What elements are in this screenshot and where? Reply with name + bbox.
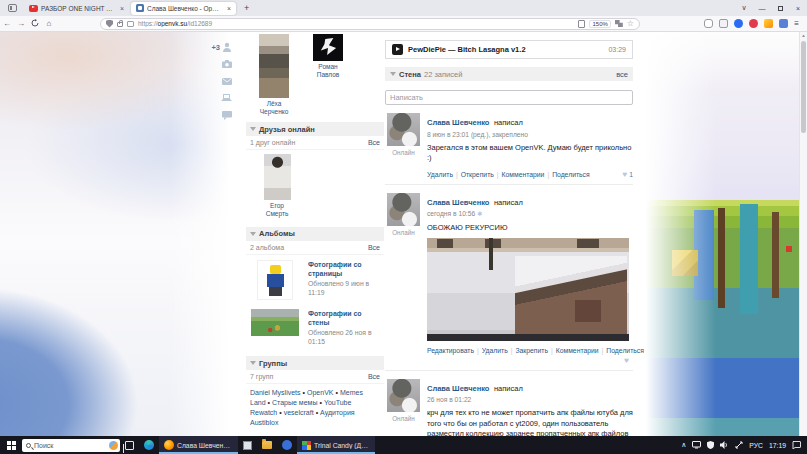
post-action-pin[interactable]: Закрепить — [515, 347, 548, 354]
keyboard-language[interactable]: РУС — [749, 442, 763, 449]
action-center-icon[interactable] — [792, 441, 801, 449]
extension-icon[interactable] — [764, 19, 773, 28]
tab-close-icon[interactable]: × — [118, 5, 124, 12]
permissions-icon[interactable] — [127, 21, 134, 27]
new-tab-button[interactable]: + — [238, 3, 255, 13]
reader-mode-icon[interactable] — [578, 20, 585, 28]
close-button[interactable]: × — [789, 5, 807, 12]
post-date[interactable]: сегодня в 10:56 ❄ — [427, 210, 633, 218]
lock-icon[interactable] — [117, 22, 123, 27]
group-link[interactable]: OpenVK — [307, 389, 333, 396]
friend-photo[interactable] — [313, 34, 343, 61]
address-bar[interactable]: https://openvk.su/id12689 150% ☆ — [100, 18, 640, 30]
post-action-edit[interactable]: Редактировать — [427, 347, 474, 354]
like-button[interactable]: ♥ — [624, 356, 629, 365]
nav-friends[interactable]: +3 — [211, 42, 232, 52]
post-date[interactable]: 26 ноя в 01:22 — [427, 396, 633, 403]
post-action-share[interactable]: Поделиться — [606, 347, 644, 354]
translate-icon[interactable] — [615, 20, 623, 27]
groups-header[interactable]: Группы — [246, 356, 384, 370]
friend-photo[interactable] — [264, 154, 291, 200]
friend-name[interactable]: Лёха Черченко — [252, 100, 296, 116]
post-author-link[interactable]: Слава Шевченко — [427, 198, 489, 207]
play-button[interactable] — [392, 44, 403, 55]
app-taskbar-button[interactable] — [277, 436, 297, 454]
task-view-button[interactable] — [120, 436, 139, 454]
album-thumbnail[interactable] — [251, 309, 299, 336]
compose-input[interactable] — [385, 90, 633, 105]
nav-news[interactable] — [221, 93, 232, 103]
albums-all-link[interactable]: Все — [368, 244, 380, 251]
speaker-icon[interactable] — [720, 441, 729, 449]
album-row[interactable]: Фотографии со стены Обновлено 26 ноя в 0… — [246, 304, 384, 351]
wall-all-link[interactable]: все — [616, 70, 628, 79]
post-action-unpin[interactable]: Открепить — [461, 171, 494, 178]
tab-youtube[interactable]: РАЗБОР ONE NIGHT AT FLUM × — [24, 2, 129, 15]
nav-photos[interactable] — [222, 59, 232, 69]
friend-photo[interactable] — [259, 34, 289, 98]
firefox-view-icon[interactable] — [8, 4, 17, 12]
bookmark-star-icon[interactable]: ☆ — [627, 19, 634, 28]
avatar[interactable] — [387, 113, 420, 146]
scrollbar-thumb[interactable] — [801, 41, 806, 133]
albums-header[interactable]: Альбомы — [246, 227, 384, 241]
groups-all-link[interactable]: Все — [368, 373, 380, 380]
album-thumbnail[interactable] — [257, 260, 293, 300]
friends-online-header[interactable]: Друзья онлайн — [246, 122, 384, 136]
extension-icon[interactable] — [734, 19, 743, 28]
post-date[interactable]: 8 июн в 23:01 (ред.), закреплено — [427, 131, 633, 138]
post-action-comments[interactable]: Комментарии — [556, 347, 599, 354]
post-action-delete[interactable]: Удалить — [427, 171, 453, 178]
friend-name[interactable]: Роман Павлов — [306, 63, 350, 79]
scrollbar[interactable]: ▲ — [799, 32, 807, 436]
pocket-icon[interactable] — [704, 19, 713, 28]
adblock-icon[interactable] — [749, 19, 758, 28]
post-action-share[interactable]: Поделиться — [552, 171, 590, 178]
list-all-tabs-icon[interactable]: ∨ — [735, 4, 753, 12]
taskbar-search[interactable]: Поиск — [22, 439, 120, 452]
app-menu-icon[interactable]: ≡ — [794, 19, 799, 28]
tracking-shield-icon[interactable] — [106, 20, 113, 28]
album-title[interactable]: Фотографии со стены — [308, 309, 382, 327]
extension-icon[interactable] — [779, 19, 788, 28]
extension-icon[interactable] — [719, 19, 728, 28]
zoom-level[interactable]: 150% — [589, 20, 610, 28]
like-button[interactable]: ♥ 1 — [622, 170, 633, 179]
tab-close-icon[interactable]: × — [225, 5, 231, 12]
group-link[interactable]: Daniel Myslivets — [250, 389, 301, 396]
minimize-button[interactable]: — — [753, 5, 771, 12]
post-action-comments[interactable]: Комментарии — [502, 171, 545, 178]
avatar[interactable] — [387, 193, 420, 226]
firefox-taskbar-button[interactable]: Слава Шевченко - О... — [159, 436, 238, 454]
friend-name[interactable]: Егор Смерть — [254, 202, 300, 218]
friend-card[interactable]: Егор Смерть — [246, 150, 300, 220]
album-title[interactable]: Фотографии со страницы — [308, 260, 382, 278]
post-author-link[interactable]: Слава Шевченко — [427, 118, 489, 127]
post-photo[interactable] — [427, 238, 629, 341]
forward-button[interactable]: → — [14, 19, 28, 28]
trinal-candy-taskbar-button[interactable]: Trinal Candy (Доступ... — [297, 436, 375, 454]
nav-comments[interactable] — [222, 110, 232, 120]
home-button[interactable]: ⌂ — [42, 19, 56, 28]
maximize-button[interactable] — [771, 5, 789, 12]
post-action-delete[interactable]: Удалить — [482, 347, 508, 354]
audio-title[interactable]: PewDiePie — Bitch Lasagna v1.2 — [408, 45, 603, 54]
tab-openvk-active[interactable]: Слава Шевченко - OpenVK × — [131, 2, 236, 15]
clock[interactable]: 17:19 — [769, 442, 786, 449]
avatar[interactable] — [387, 379, 420, 412]
defender-shield-icon[interactable] — [707, 441, 714, 449]
friend-card[interactable]: Лёха Черченко — [252, 34, 296, 116]
nav-messages[interactable] — [222, 76, 232, 86]
edge-taskbar-button[interactable] — [139, 436, 159, 454]
group-link[interactable]: Старые мемы — [272, 399, 317, 406]
group-link[interactable]: veselcraft — [284, 409, 314, 416]
start-button[interactable] — [0, 441, 22, 450]
file-explorer-button[interactable] — [257, 436, 277, 454]
reload-button[interactable] — [28, 19, 42, 29]
scroll-up-arrow[interactable]: ▲ — [800, 32, 807, 40]
friends-online-all-link[interactable]: Все — [368, 139, 380, 146]
post-author-link[interactable]: Слава Шевченко — [427, 384, 489, 393]
friend-card[interactable]: Роман Павлов — [306, 34, 350, 79]
hidden-icons-chevron[interactable]: ∧ — [681, 441, 686, 449]
app-taskbar-button[interactable] — [238, 436, 257, 454]
